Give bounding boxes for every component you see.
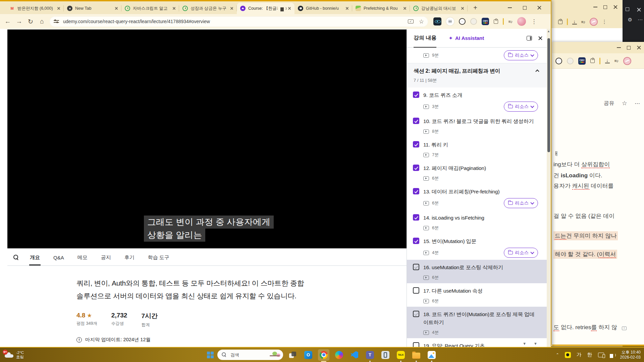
close-panel-icon[interactable] [538, 36, 543, 41]
tab-close-icon[interactable] [172, 5, 176, 11]
react-devtools-icon[interactable] [433, 17, 441, 25]
app-kakaotalk[interactable]: TALK [395, 349, 407, 361]
browser-tab[interactable]: 자바스크립트 알고 [121, 3, 179, 14]
tab-close-icon[interactable] [461, 5, 464, 11]
lecture-checkbox[interactable] [413, 188, 419, 194]
taskbar-search[interactable]: 검색 [217, 350, 283, 360]
lecture-item[interactable]: 14. isLoading vs isFetching6분 [407, 210, 547, 234]
send-to-device-icon[interactable]: ✓ [408, 19, 414, 23]
minimize-icon[interactable] [617, 47, 621, 48]
site-settings-icon[interactable] [54, 19, 59, 23]
browser-tab[interactable]: M받은편지함 (6,000) [6, 3, 64, 14]
course-tab-공지[interactable]: 공지 [100, 250, 112, 265]
minimize-icon[interactable] [593, 7, 597, 7]
extension-cwv-icon[interactable]: CWV [482, 18, 489, 25]
lecture-checkbox[interactable] [413, 92, 419, 98]
download-icon[interactable]: ↓ [605, 58, 610, 63]
page-scrollbar[interactable]: ▲ [547, 29, 551, 347]
back-button[interactable]: ← [2, 18, 13, 25]
extension-circle-icon[interactable] [567, 58, 574, 64]
lecture-checkbox[interactable] [413, 311, 419, 317]
app-copilot[interactable] [333, 349, 345, 361]
scroll-up-icon[interactable]: ▲ [547, 29, 550, 33]
section-header[interactable]: 섹션 2: 페이지 매김, 프리페칭과 변이 7 / 11 | 58분 [407, 63, 547, 87]
extensions-icon[interactable] [558, 20, 562, 24]
app-photos[interactable] [426, 349, 437, 361]
ime-ga[interactable]: 가 [577, 352, 582, 358]
lecture-item[interactable]: 9. 코드 퀴즈 소개3분리소스 [407, 87, 547, 114]
browser-tab[interactable]: Course: 【한글자 [237, 3, 294, 14]
extension-notes-icon[interactable] [446, 17, 454, 25]
close-icon[interactable] [637, 7, 641, 12]
app-teams[interactable]: T [364, 349, 376, 361]
course-tab-Q&A[interactable]: Q&A [53, 250, 65, 265]
resources-button[interactable]: 리소스 [504, 248, 538, 258]
share-button[interactable]: 공유 [604, 100, 614, 107]
tab-ai-assistant[interactable]: ✦ AI Assistant [448, 35, 484, 41]
tab-course-content[interactable]: 강의 내용 [414, 29, 436, 47]
close-icon[interactable] [637, 45, 641, 50]
lecture-item[interactable]: 17. 다른 useMutation 속성6분 [407, 283, 547, 307]
profile-avatar[interactable] [517, 17, 526, 26]
download-icon[interactable]: ↓ [572, 19, 577, 24]
close-icon[interactable] [613, 5, 618, 9]
browser-tab[interactable]: 성장과 상금은 누구 [179, 3, 237, 14]
app-file-explorer[interactable] [411, 349, 422, 361]
volume-icon[interactable] [610, 353, 614, 357]
forward-button[interactable]: → [13, 18, 25, 25]
lecture-checkbox[interactable] [413, 214, 419, 221]
minimize-button[interactable] [502, 7, 517, 8]
adblock-icon[interactable] [623, 57, 631, 65]
playlist-icon[interactable]: ≡♪ [614, 58, 619, 63]
lecture-checkbox[interactable] [413, 342, 419, 347]
comment-icon[interactable]: + [622, 326, 627, 330]
lecture-checkbox[interactable] [413, 165, 419, 171]
resources-button[interactable]: 리소스 [504, 198, 538, 208]
lecture-item[interactable]: 15. 변이(Mutation) 입문4분리소스 [407, 234, 547, 260]
tab-audio-icon[interactable] [280, 6, 285, 10]
home-button[interactable]: ⌂ [36, 18, 48, 25]
tab-close-icon[interactable] [230, 5, 233, 11]
extensions-icon[interactable] [494, 19, 498, 24]
ellipsis-icon[interactable]: ⋯ [635, 100, 640, 107]
extension-pumpkin-icon[interactable]: ·· [459, 18, 466, 25]
browser-tab[interactable]: Prefetching & Rou [352, 3, 410, 14]
kebab-menu-icon[interactable]: ⋮ [602, 19, 607, 25]
extension-circle-icon[interactable] [470, 18, 477, 25]
lecture-item[interactable]: 12. 페이지 매김(Pagination)6분 [407, 161, 547, 184]
start-button[interactable] [207, 352, 213, 358]
course-tab-후기[interactable]: 후기 [124, 250, 135, 265]
taskbar-clock[interactable]: 오후 10:40 2026-02-03 [620, 350, 641, 360]
course-tab-학습 도구[interactable]: 학습 도구 [147, 250, 170, 265]
tab-close-icon[interactable] [115, 5, 118, 11]
resources-button[interactable]: 리소스 [504, 50, 538, 60]
lecture-item-partial[interactable]: 9분 리소스 [407, 48, 547, 63]
kakaotalk-tray-icon[interactable] [565, 352, 571, 358]
playlist-icon[interactable]: ≡♪ [508, 19, 513, 24]
extension-pumpkin-icon[interactable]: ·· [555, 58, 562, 64]
extension-cwv-icon[interactable]: CWV [578, 57, 586, 65]
tab-close-icon[interactable] [403, 5, 407, 11]
lecture-checkbox[interactable] [413, 264, 419, 270]
url-text[interactable]: udemy.com/course/react-query-react/learn… [63, 19, 404, 24]
lecture-checkbox[interactable] [413, 118, 419, 124]
maximize-icon[interactable] [603, 5, 607, 9]
collapse-panel-icon[interactable] [527, 36, 532, 41]
app-vscode[interactable] [349, 349, 360, 361]
lecture-item[interactable]: 16. useMutation로 포스팅 삭제하기6분 [407, 260, 547, 283]
scrollbar-thumb[interactable] [547, 38, 550, 152]
scroll-down-icon[interactable]: ▼ [534, 342, 537, 346]
lecture-checkbox[interactable] [413, 287, 419, 294]
course-tab-개요[interactable]: 개요 [29, 250, 41, 265]
resources-button[interactable]: 리소스 [504, 102, 538, 112]
new-tab-button[interactable]: + [471, 4, 480, 12]
lecture-item[interactable]: 11. 쿼리 키7분 [407, 137, 547, 161]
weather-widget[interactable]: 9+ -2°C 흐림 [5, 351, 24, 359]
adblock-icon[interactable] [590, 18, 598, 26]
network-icon[interactable] [598, 353, 604, 357]
scroll-down-icon[interactable]: ▼ [523, 342, 526, 346]
reload-button[interactable]: ↻ [25, 18, 36, 25]
playlist-icon[interactable]: ≡♪ [581, 19, 585, 24]
video-player[interactable]: 그래도 변이 과정 중 사용자에게 상황을 알리는 [7, 29, 407, 248]
kebab-menu-icon[interactable]: ⋮ [531, 18, 537, 25]
